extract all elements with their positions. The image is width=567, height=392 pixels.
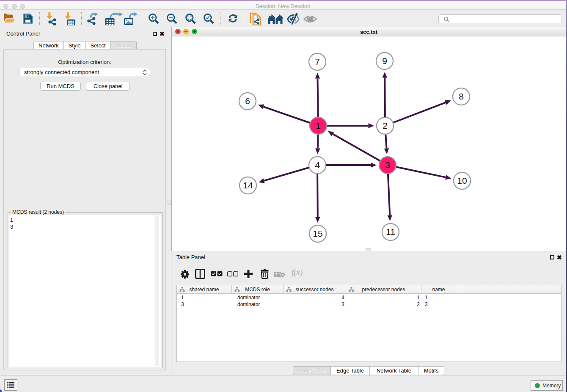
svg-text:14: 14 <box>243 180 253 190</box>
svg-text:8: 8 <box>459 91 464 101</box>
svg-text:2: 2 <box>383 121 388 130</box>
svg-text:7: 7 <box>315 57 320 66</box>
svg-text:9: 9 <box>382 56 387 66</box>
svg-text:4: 4 <box>315 160 320 170</box>
svg-text:1: 1 <box>316 121 321 130</box>
svg-text:11: 11 <box>386 227 395 237</box>
svg-text:15: 15 <box>313 229 322 238</box>
svg-text:10: 10 <box>457 176 467 185</box>
svg-text:3: 3 <box>385 160 390 170</box>
svg-text:6: 6 <box>245 96 250 106</box>
